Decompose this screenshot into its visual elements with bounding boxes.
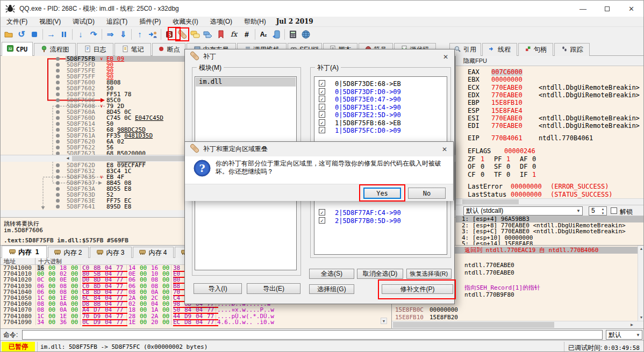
run-icon[interactable]: → [45, 28, 58, 41]
patch-checkbox[interactable]: ✓ [319, 119, 325, 126]
tab-log[interactable]: 日志 [77, 43, 113, 56]
menu-item[interactable]: 文件(F) [1, 17, 33, 27]
breakpoint-dot[interactable] [56, 87, 60, 90]
hide-fpu-toggle[interactable]: 隐藏FPU [456, 56, 644, 66]
step-over-icon[interactable]: ↷ [87, 28, 100, 41]
calculator-icon[interactable] [287, 28, 299, 41]
bookmarks-icon[interactable] [214, 28, 227, 41]
breakpoint-dot[interactable] [56, 69, 60, 73]
switch-thread-icon[interactable] [146, 28, 159, 41]
breakpoint-dot[interactable] [56, 81, 60, 84]
tab-trace[interactable]: 跟踪 [554, 43, 590, 56]
patch-item[interactable]: ✓1|5D8F75FB:68->EB [314, 119, 447, 127]
msgbox-titlebar[interactable]: 补丁和重定向区域重叠 ✕ [185, 142, 453, 156]
menu-item[interactable]: 帮助(H) [238, 17, 272, 27]
patch-checkbox[interactable]: ✓ [319, 209, 325, 215]
patch-item[interactable]: ✓0|5D8F73DF:D0->09 [314, 88, 447, 96]
patch-item[interactable]: ✓0|5D8F73E0:47->90 [314, 96, 447, 103]
comments-icon[interactable] [189, 28, 202, 41]
breakpoint-dot[interactable] [56, 57, 60, 61]
scroll-down-icon[interactable]: ▼ [381, 318, 387, 324]
dump-tab[interactable]: 内存 3 [90, 247, 132, 258]
menu-item[interactable]: 选项(O) [204, 17, 238, 27]
globe-icon[interactable] [299, 28, 312, 41]
breakpoint-dot[interactable] [56, 193, 60, 197]
close-icon[interactable]: ✕ [619, 1, 643, 17]
menu-item[interactable]: 插件(P) [133, 17, 167, 27]
export-button[interactable]: 导出(E) [247, 283, 300, 294]
patch-checkbox[interactable]: ✓ [319, 111, 325, 118]
arg-count-stepper[interactable]: 5 ▲▼ [589, 206, 607, 215]
patch-item[interactable]: ✓0|5D8F73DE:68->EB [314, 80, 447, 88]
scroll-right-icon[interactable]: ► [628, 322, 635, 328]
restore-selection-button[interactable]: 恢复选择项(R) [406, 269, 452, 279]
scroll-up-icon[interactable]: ▲ [638, 246, 644, 252]
patch-icon[interactable] [176, 28, 189, 41]
labels-icon[interactable] [202, 28, 214, 41]
unlock-checkbox[interactable] [611, 207, 617, 214]
breakpoint-dot[interactable] [56, 134, 60, 138]
deselect-all-button[interactable]: 取消全选(D) [357, 269, 403, 279]
patch-checkbox[interactable]: ✓ [319, 80, 325, 87]
breakpoint-dot[interactable] [56, 205, 60, 209]
pick-groups-button[interactable]: 选择组(G) [309, 284, 354, 294]
minimize-icon[interactable]: — [571, 1, 595, 17]
breakpoint-dot[interactable] [56, 104, 60, 108]
stop-icon[interactable] [28, 28, 41, 41]
breakpoint-dot[interactable] [56, 63, 60, 67]
patch-dialog-titlebar[interactable]: 补丁 ✕ [185, 49, 454, 64]
breakpoint-dot[interactable] [56, 199, 60, 203]
script-icon[interactable]: S [163, 28, 176, 41]
step-out-icon[interactable]: ⇓ [117, 28, 130, 41]
tab-handles[interactable]: 句柄 [518, 43, 553, 56]
patch-checkbox[interactable]: ✓ [319, 96, 325, 102]
breakpoint-dot[interactable] [56, 110, 60, 114]
no-button[interactable]: No [408, 188, 446, 199]
device-icon[interactable] [270, 28, 283, 41]
breakpoint-dot[interactable] [56, 146, 60, 149]
dump-tab[interactable]: 内存 1 [2, 246, 47, 258]
scroll-left-icon[interactable]: ◄ [64, 155, 71, 162]
tab-threads[interactable]: 线程 [482, 43, 517, 56]
patch-item[interactable]: ✓2|5D8F77B0:5D->90 [314, 217, 447, 225]
close-icon[interactable]: ✕ [437, 49, 454, 64]
strings-icon[interactable]: Az [257, 28, 270, 41]
run-to-cursor-icon[interactable]: ⇒ [104, 28, 117, 41]
breakpoint-dot[interactable] [56, 187, 60, 191]
dump-tab[interactable]: 内存 4 [133, 247, 174, 258]
maximize-icon[interactable] [595, 1, 619, 17]
patch-file-button[interactable]: 修补文件(P) [382, 284, 453, 294]
hash-icon[interactable]: # [240, 28, 253, 41]
stack-row[interactable]: 15E8FB0C00000000 [392, 306, 638, 313]
pause-icon[interactable] [58, 28, 70, 41]
breakpoint-dot[interactable] [56, 75, 60, 78]
patch-item[interactable]: ✓2|5D8F77AF:C4->90 [314, 209, 447, 217]
stack-vscrollbar[interactable]: ▲ ▼ [638, 246, 644, 321]
tab-breakpoint[interactable]: 断点 [152, 43, 185, 56]
breakpoint-dot[interactable] [56, 92, 60, 96]
breakpoint-dot[interactable] [56, 128, 60, 132]
menu-item[interactable]: 调试(D) [67, 17, 101, 27]
patch-item[interactable]: ✓0|5D8F73E1:C4->90 [314, 104, 447, 111]
patch-item[interactable]: ✓1|5D8F75FC:D0->09 [314, 127, 447, 134]
functions-icon[interactable]: fx [227, 28, 240, 41]
breakpoint-dot[interactable] [56, 122, 60, 126]
registers-hscrollbar[interactable] [456, 198, 644, 205]
menu-item[interactable]: 视图(V) [33, 17, 67, 27]
dump-row[interactable]: 7704107008000A00A4D7047718001A0050840477… [1, 307, 391, 313]
patch-checkbox[interactable]: ✓ [319, 127, 325, 133]
patch-checkbox[interactable]: ✓ [319, 217, 325, 224]
restart-icon[interactable]: ↺ [15, 28, 28, 41]
dump-row[interactable]: 770410801C001E0070D9047728002A0044D90477… [1, 313, 391, 319]
tab-graph[interactable]: 流程图 [34, 43, 76, 56]
command-mode-select[interactable]: 默认▼ [606, 330, 642, 340]
open-file-icon[interactable] [2, 28, 15, 41]
breakpoint-dot[interactable] [56, 163, 60, 167]
tab-cpu[interactable]: 32CPU [2, 42, 33, 56]
breakpoint-dot[interactable] [56, 175, 60, 179]
registers-panel[interactable]: 隐藏FPU EAX007C6000EBX00000000ECX770EABE0<… [455, 56, 644, 245]
scroll-down-icon[interactable]: ▼ [638, 314, 644, 321]
breakpoint-dot[interactable] [56, 116, 60, 120]
dump-row[interactable]: 77041090340036000CD904771E002000ECD80477… [1, 319, 391, 325]
stack-hscrollbar[interactable]: ► [392, 321, 644, 328]
